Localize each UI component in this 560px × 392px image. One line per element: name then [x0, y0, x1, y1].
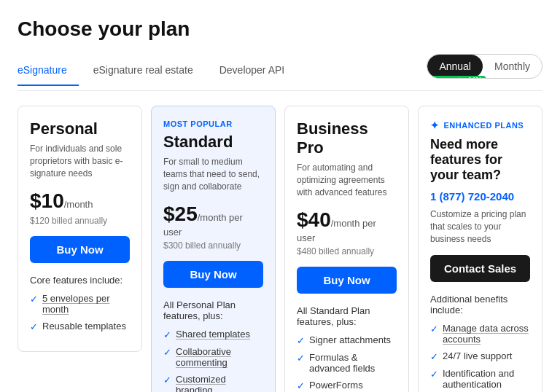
- standard-plan-price: $25/month per user: [163, 203, 263, 238]
- plan-enterprise: ✦ ENHANCED PLANS Need more features for …: [418, 106, 542, 392]
- enterprise-title: Need more features for your team?: [430, 137, 530, 183]
- check-icon: ✓: [30, 294, 38, 305]
- monthly-button[interactable]: Monthly: [483, 55, 542, 78]
- plan-personal: Personal For individuals and sole propri…: [18, 106, 142, 352]
- check-icon: ✓: [163, 375, 171, 385]
- feature-label: Collaborative commenting: [176, 346, 263, 368]
- personal-plan-name: Personal: [30, 119, 130, 138]
- tab-esignature-real-estate[interactable]: eSignature real estate: [93, 58, 205, 86]
- business-pro-plan-name: Business Pro: [297, 119, 397, 157]
- personal-buy-button[interactable]: Buy Now: [30, 236, 130, 263]
- list-item: ✓ 5 envelopes per month: [30, 293, 130, 315]
- check-icon: ✓: [163, 329, 171, 340]
- standard-features-header: All Personal Plan features, plus:: [163, 299, 263, 321]
- feature-label: Reusable templates: [42, 321, 126, 332]
- business-pro-price-billed: $480 billed annually: [297, 246, 397, 256]
- most-popular-label: MOST POPULAR: [163, 119, 263, 128]
- save-badge: Save up to 44%: [427, 76, 485, 79]
- feature-label: PowerForms: [309, 380, 363, 391]
- business-pro-features-header: All Standard Plan features, plus:: [297, 305, 397, 327]
- tabs-billing-row: eSignature eSignature real estate Develo…: [18, 54, 542, 91]
- list-item: ✓ Manage data across accounts: [430, 323, 530, 345]
- plan-standard: MOST POPULAR Standard For small to mediu…: [151, 106, 276, 392]
- list-item: ✓ Identification and authentication: [430, 368, 530, 390]
- list-item: ✓ Collaborative commenting: [163, 346, 263, 368]
- tabs-nav: eSignature eSignature real estate Develo…: [18, 58, 311, 86]
- check-icon: ✓: [30, 321, 38, 332]
- plan-business-pro: Business Pro For automating and optimizi…: [284, 106, 409, 392]
- standard-price-billed: $300 billed annually: [163, 240, 263, 251]
- feature-label: 24/7 live support: [443, 350, 512, 361]
- business-pro-plan-price: $40/month per user: [297, 208, 397, 243]
- feature-label: 5 envelopes per month: [42, 293, 130, 315]
- annual-btn-wrap: Annual Save up to 44%: [427, 55, 483, 78]
- feature-label: Formulas & advanced fields: [309, 352, 397, 374]
- feature-label: Shared templates: [176, 329, 250, 340]
- enterprise-features-header: Additional benefits include:: [430, 294, 530, 315]
- personal-price-amount: $10: [30, 189, 64, 212]
- standard-price-amount: $25: [163, 203, 198, 225]
- enhanced-label-text: ENHANCED PLANS: [444, 121, 524, 130]
- standard-plan-desc: For small to medium teams that need to s…: [163, 156, 263, 192]
- page-container: Choose your plan eSignature eSignature r…: [0, 0, 560, 392]
- tab-esignature[interactable]: eSignature: [18, 58, 79, 86]
- personal-plan-desc: For individuals and sole proprietors wit…: [30, 143, 130, 179]
- business-pro-plan-desc: For automating and optimizing agreements…: [297, 162, 397, 198]
- standard-buy-button[interactable]: Buy Now: [163, 261, 263, 288]
- check-icon: ✓: [163, 347, 171, 358]
- personal-features-header: Core features include:: [30, 275, 130, 286]
- annual-button[interactable]: Annual: [427, 55, 483, 78]
- plans-grid: Personal For individuals and sole propri…: [18, 106, 542, 392]
- personal-price-period: /month: [64, 199, 93, 210]
- list-item: ✓ 24/7 live support: [430, 350, 530, 362]
- tab-developer-api[interactable]: Developer API: [219, 58, 297, 86]
- standard-plan-name: Standard: [163, 133, 263, 152]
- billing-toggle: Annual Save up to 44% Monthly: [427, 54, 542, 79]
- enterprise-phone[interactable]: 1 (877) 720-2040: [430, 190, 530, 203]
- feature-label: Manage data across accounts: [443, 323, 530, 345]
- enhanced-label: ✦ ENHANCED PLANS: [430, 119, 530, 131]
- check-icon: ✓: [297, 353, 305, 364]
- diamond-icon: ✦: [430, 119, 440, 131]
- feature-label: Identification and authentication: [443, 368, 530, 390]
- list-item: ✓ Formulas & advanced fields: [297, 352, 397, 374]
- page-title: Choose your plan: [18, 17, 542, 41]
- business-pro-price-amount: $40: [297, 208, 331, 231]
- check-icon: ✓: [297, 380, 305, 391]
- check-icon: ✓: [430, 351, 438, 362]
- list-item: ✓ Shared templates: [163, 329, 263, 340]
- check-icon: ✓: [430, 369, 438, 380]
- check-icon: ✓: [297, 335, 305, 346]
- billing-toggle-container: Annual Save up to 44% Monthly: [427, 54, 542, 85]
- list-item: ✓ PowerForms: [297, 380, 397, 391]
- enterprise-desc: Customize a pricing plan that scales to …: [430, 208, 530, 245]
- list-item: ✓ Signer attachments: [297, 334, 397, 346]
- feature-label: Customized branding: [176, 374, 263, 392]
- personal-plan-price: $10/month: [30, 189, 130, 213]
- business-pro-buy-button[interactable]: Buy Now: [297, 267, 397, 294]
- list-item: ✓ Reusable templates: [30, 321, 130, 332]
- personal-price-billed: $120 billed annually: [30, 216, 130, 226]
- feature-label: Signer attachments: [309, 334, 391, 345]
- check-icon: ✓: [430, 324, 438, 334]
- contact-sales-button[interactable]: Contact Sales: [430, 255, 530, 282]
- list-item: ✓ Customized branding: [163, 374, 263, 392]
